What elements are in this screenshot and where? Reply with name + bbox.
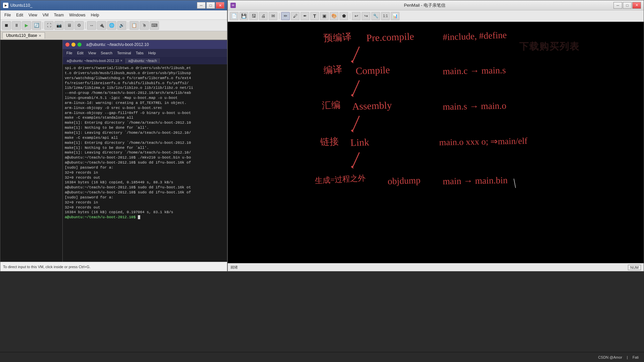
dot-maximize[interactable]: [77, 43, 82, 47]
pm-print-btn[interactable]: 🖨: [259, 12, 268, 20]
pm-stamp-btn[interactable]: ⬟: [339, 12, 348, 20]
tb-extra2[interactable]: 🖱: [140, 21, 149, 30]
terminal-prompt-line: a@ubuntu:~/teach/u-boot-2012.10$: [65, 215, 225, 220]
dot-close[interactable]: [65, 43, 69, 47]
pm-sep-1: [279, 13, 279, 19]
inner-menu-view[interactable]: View: [87, 51, 98, 55]
penmail-canvas[interactable]: 预编译 Pre.compile #include, #define 编译 Com…: [228, 22, 644, 263]
pm-pencil-btn[interactable]: ✒: [301, 12, 309, 20]
penmail-title: PenMail - 电子亲笔信: [236, 2, 613, 8]
tb-share-btn[interactable]: ↔: [87, 21, 96, 30]
vmware-maximize-btn[interactable]: □: [206, 2, 215, 9]
terminal-line-24: a@ubuntu:~/teach/u-boot-2012.10$ sudo dd…: [65, 185, 225, 190]
tb-fullscreen-btn[interactable]: ⛶: [44, 21, 54, 30]
terminal-line-5: --end-group /home/a/teach/u-boot-2012.10…: [65, 90, 225, 96]
terminal-content[interactable]: spi.o drivers/twserial/libtws.o drivers/…: [63, 64, 227, 271]
inner-menu-help[interactable]: Help: [147, 51, 158, 55]
penmail-status-left: 就绪: [230, 265, 238, 270]
inner-menu-tabs[interactable]: Tabs: [134, 51, 145, 55]
tb-restart-btn[interactable]: 🔄: [32, 21, 41, 30]
pm-select-btn[interactable]: ▣: [320, 12, 329, 20]
vmware-status-text: To direct input to this VM, click inside…: [3, 265, 91, 269]
menu-team[interactable]: Team: [52, 12, 66, 18]
penmail-app-icon: ✉: [230, 3, 236, 8]
penmail-svg: 预编译 Pre.compile #include, #define 编译 Com…: [228, 22, 644, 263]
pm-send-btn[interactable]: ✉: [269, 12, 277, 20]
terminal-line-21: 32+0 records in: [65, 170, 225, 175]
terminal-line-29: 16384 bytes (16 kB) copied, 0.197064 s, …: [65, 210, 225, 215]
svg-text:Pre.compile: Pre.compile: [366, 31, 414, 43]
tb-settings-btn[interactable]: ⚙: [74, 21, 84, 30]
pm-save-btn[interactable]: 💾: [239, 12, 248, 20]
vmware-window: ▶ Ubuntu110_ ─ □ ✕ File Edit View VM Tea…: [0, 0, 227, 272]
tb-power-btn[interactable]: ⏹: [2, 21, 11, 30]
penmail-status-right: NUM: [628, 265, 641, 270]
inner-title-text: a@ubuntu: ~/teach/u-boot-2012.10: [86, 42, 149, 47]
vmware-minimize-btn[interactable]: ─: [197, 2, 206, 9]
inner-menu-edit[interactable]: Edit: [75, 51, 85, 55]
menu-vm[interactable]: VM: [41, 12, 51, 18]
tb-network-btn[interactable]: 🌐: [107, 21, 116, 30]
svg-text:objdump: objdump: [387, 175, 421, 186]
pm-new-btn[interactable]: 📄: [230, 12, 238, 20]
dot-minimize[interactable]: [71, 43, 75, 47]
tb-extra3[interactable]: ⌨: [150, 21, 159, 30]
pm-saveas-btn[interactable]: 🖫: [249, 12, 258, 20]
svg-line-13: [352, 116, 359, 132]
pm-config-btn[interactable]: 🔧: [371, 12, 380, 20]
inner-tab-1[interactable]: a@ubuntu: ~/teach/u-boot-2012.10 ✕: [64, 58, 126, 63]
svg-text:main → main.bin: main → main.bin: [443, 175, 508, 186]
penmail-close-btn[interactable]: ✕: [632, 2, 641, 9]
inner-tab-1-close[interactable]: ✕: [120, 59, 123, 62]
svg-text:Assembly: Assembly: [352, 100, 392, 112]
tb-suspend-btn[interactable]: ⏸: [12, 21, 21, 30]
terminal-line-4: lib/lzma/liblzma.o lib/lzo/liblzo.o lib/…: [65, 85, 225, 90]
menu-edit[interactable]: Edit: [14, 12, 25, 18]
tab-close-icon[interactable]: ✕: [39, 34, 41, 38]
menu-windows[interactable]: Windows: [67, 12, 88, 18]
vmware-icon: ▶: [3, 3, 8, 8]
terminal-line-27: 32+0 records in: [65, 200, 225, 205]
taskbar-item-csdn[interactable]: CSDN @Amor: [596, 355, 624, 360]
pm-color-btn[interactable]: 🎨: [330, 12, 338, 20]
terminal-line-13: make[1]: Leaving directory `/home/a/teac…: [65, 130, 225, 135]
pm-redo-btn[interactable]: ↪: [362, 12, 370, 20]
vmware-close-btn[interactable]: ✕: [216, 2, 224, 9]
svg-text:main.s → main.o: main.s → main.o: [443, 100, 506, 112]
taskbar-item-fati[interactable]: Fati: [631, 355, 641, 360]
penmail-win-buttons: ─ □ ✕: [613, 2, 641, 9]
pm-stats-btn[interactable]: 📊: [391, 12, 399, 20]
inner-tab-2[interactable]: a@ubuntu: ~/teach: [126, 58, 160, 63]
toolbar-sep-2: [85, 22, 86, 29]
tb-play-btn[interactable]: ▶: [22, 21, 31, 30]
pm-undo-btn[interactable]: ↩: [352, 12, 361, 20]
inner-menu-terminal[interactable]: Terminal: [115, 51, 133, 55]
tb-audio-btn[interactable]: 🔊: [117, 21, 126, 30]
penmail-maximize-btn[interactable]: □: [623, 2, 632, 9]
terminal-outer[interactable]: a@ubuntu: ~/teach/u-boot-2012.10 File Ed…: [0, 40, 227, 271]
menu-help[interactable]: Help: [89, 12, 101, 18]
inner-menu-file[interactable]: File: [65, 51, 74, 55]
penmail-minimize-btn[interactable]: ─: [613, 2, 622, 9]
terminal-line-26: [sudo] password for a:: [65, 195, 225, 200]
pm-brush-btn[interactable]: 🖊: [291, 12, 300, 20]
penmail-window: ✉ PenMail - 电子亲笔信 ─ □ ✕ 📄 💾 🖫 🖨 ✉ ✏ 🖊 ✒ …: [227, 0, 644, 272]
terminal-line-18: a@ubuntu:~/teach/u-boot-2012.10$ ./mkv21…: [65, 155, 225, 160]
menu-file[interactable]: File: [2, 12, 13, 18]
tb-snapshot-btn[interactable]: 📷: [54, 21, 64, 30]
menu-view[interactable]: View: [26, 12, 39, 18]
svg-text:#include, #define: #include, #define: [442, 29, 507, 42]
penmail-titlebar: ✉ PenMail - 电子亲笔信 ─ □ ✕: [228, 0, 644, 10]
inner-menu-search[interactable]: Search: [99, 51, 114, 55]
pm-pen-btn[interactable]: ✏: [281, 12, 290, 20]
vmware-titlebar: ▶ Ubuntu110_ ─ □ ✕: [0, 0, 227, 10]
terminal-line-10: make -C examples/standalone all: [65, 115, 225, 120]
tb-extra1[interactable]: 📋: [129, 21, 139, 30]
tb-usb-btn[interactable]: 🔌: [97, 21, 106, 30]
vmware-tab-ubuntu[interactable]: Ubuntu110_Base ✕: [2, 32, 45, 39]
pm-zoom-btn[interactable]: 1:1: [381, 12, 390, 20]
terminal-line-22: 32+0 records out: [65, 175, 225, 180]
inner-terminal[interactable]: a@ubuntu: ~/teach/u-boot-2012.10 File Ed…: [62, 40, 227, 271]
tb-capture-btn[interactable]: 🖥: [64, 21, 74, 30]
pm-text-btn[interactable]: T: [310, 12, 319, 20]
